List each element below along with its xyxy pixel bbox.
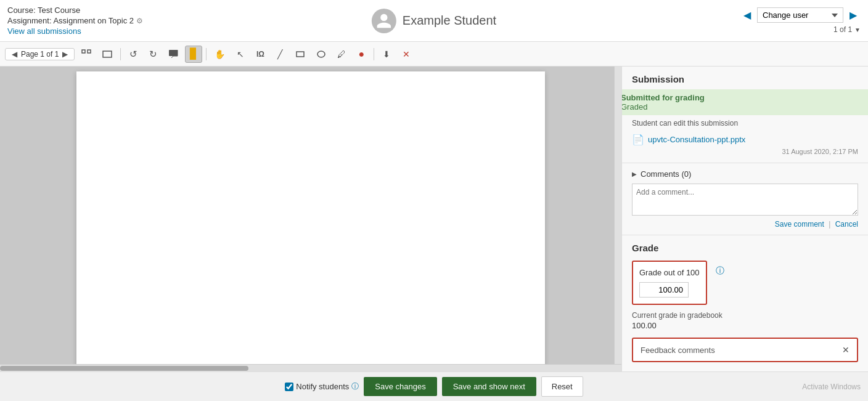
comments-title: Comments (0) (641, 169, 691, 179)
student-avatar (372, 9, 396, 33)
header-center: Example Student (372, 9, 496, 33)
feedback-close-icon[interactable]: ✕ (842, 345, 850, 355)
next-user-button[interactable]: ▶ (846, 8, 861, 22)
edit-notice: Student can edit this submission (632, 119, 858, 128)
comment-separator: | (829, 220, 830, 229)
view-all-submissions-link[interactable]: View all submissions (7, 26, 143, 36)
pagination-text: 1 of 1 (833, 25, 852, 34)
pdf-canvas (0, 67, 621, 371)
submission-header: Submission (632, 74, 858, 84)
submission-section: Submission Submitted for grading Graded … (622, 67, 868, 163)
refresh-button[interactable]: ↺ (125, 46, 142, 63)
course-name: Course: Test Course (7, 6, 143, 15)
submission-status-container: Submitted for grading Graded (622, 89, 868, 115)
toolbar-divider-1 (120, 48, 121, 60)
right-panel: Submission Submitted for grading Graded … (621, 67, 868, 371)
file-row: 📄 upvtc-Consultation-ppt.pptx (632, 134, 858, 145)
file-date: 31 August 2020, 2:17 PM (632, 148, 858, 155)
grade-section-title: Grade (632, 243, 858, 253)
activate-windows-text: Activate Windows (802, 383, 861, 391)
avatar-icon (375, 12, 393, 30)
pdf-area (0, 67, 621, 371)
svg-rect-1 (88, 50, 91, 53)
grade-help-icon[interactable]: ⓘ (716, 265, 724, 277)
highlight-button[interactable]: ▊ (185, 46, 202, 63)
scrollbar-thumb-x (0, 366, 248, 371)
scrollbar-vertical[interactable] (614, 67, 621, 364)
comment-textarea[interactable] (632, 184, 858, 216)
pen-button[interactable]: ● (353, 46, 370, 63)
line-button[interactable]: ╱ (271, 46, 289, 63)
header-left: Course: Test Course Assignment: Assignme… (7, 6, 143, 36)
file-link[interactable]: upvtc-Consultation-ppt.pptx (648, 135, 745, 144)
fit-page-button[interactable] (77, 46, 96, 63)
gear-icon[interactable]: ⚙ (136, 17, 143, 25)
grade-box-wrapper: Grade out of 100 ⓘ (632, 261, 707, 305)
notify-label: Notify students (296, 382, 349, 391)
svg-point-5 (317, 51, 325, 57)
submission-status-bar: Submitted for grading Graded (621, 89, 868, 115)
save-comment-link[interactable]: Save comment (775, 220, 824, 229)
page-nav-text: Page 1 of 1 (21, 50, 59, 59)
notify-checkbox[interactable] (285, 383, 293, 391)
grade-section: Grade Grade out of 100 ⓘ Current grade i… (622, 235, 868, 370)
top-header: Course: Test Course Assignment: Assignme… (0, 0, 868, 42)
stamp-button[interactable]: 🖊 (333, 46, 350, 63)
cancel-comment-link[interactable]: Cancel (835, 220, 858, 229)
feedback-label: Feedback comments (641, 346, 715, 355)
comment-actions: Save comment | Cancel (632, 220, 858, 229)
feedback-box: Feedback comments ✕ (632, 338, 858, 362)
file-ppt-icon: 📄 (632, 134, 644, 145)
change-user-row: ◀ Change user ▶ (740, 7, 861, 23)
assignment-name-row: Assignment: Assignment on Topic 2 ⚙ (7, 16, 143, 25)
toolbar: ◀ Page 1 of 1 ▶ ↺ ↻ ▊ ✋ ↖ IΩ ╱ 🖊 ● ⬇ ✕ (0, 42, 868, 67)
svg-rect-4 (297, 52, 304, 57)
pagination-row: 1 of 1 ▼ (833, 25, 861, 34)
notify-students: Notify students ⓘ (285, 381, 359, 392)
grade-input[interactable] (639, 282, 689, 298)
save-and-show-next-button[interactable]: Save and show next (442, 377, 536, 396)
status-submitted: Submitted for grading (621, 93, 868, 102)
pan-button[interactable]: ✋ (210, 46, 229, 63)
svg-rect-3 (169, 50, 178, 56)
assignment-name: Assignment: Assignment on Topic 2 (7, 16, 134, 25)
notify-help-icon[interactable]: ⓘ (351, 381, 359, 392)
download-button[interactable]: ⬇ (378, 46, 395, 63)
text-select-button[interactable]: IΩ (252, 46, 269, 63)
comment-button[interactable] (164, 46, 182, 63)
reset-button[interactable]: Reset (541, 376, 583, 397)
comments-header[interactable]: ▶ Comments (0) (632, 169, 858, 179)
main-content: Submission Submitted for grading Graded … (0, 67, 868, 371)
comments-section: ▶ Comments (0) Save comment | Cancel (622, 163, 868, 235)
pdf-page (76, 71, 545, 367)
svg-rect-2 (103, 51, 112, 57)
prev-user-button[interactable]: ◀ (740, 8, 755, 22)
header-right: ◀ Change user ▶ 1 of 1 ▼ (740, 7, 861, 34)
comments-toggle-icon: ▶ (632, 171, 637, 177)
prev-page-button[interactable]: ◀ (10, 50, 18, 59)
toolbar-divider-3 (374, 48, 374, 60)
status-graded: Graded (621, 102, 868, 111)
svg-rect-0 (82, 50, 85, 53)
clear-button[interactable]: ✕ (398, 46, 415, 63)
scrollbar-horizontal[interactable] (0, 364, 621, 371)
toolbar-divider-2 (206, 48, 207, 60)
undo-button[interactable]: ↻ (144, 46, 162, 63)
current-grade-label: Current grade in gradebook (632, 311, 858, 320)
save-changes-button[interactable]: Save changes (364, 377, 436, 396)
next-page-button[interactable]: ▶ (61, 50, 69, 59)
bottom-bar: Notify students ⓘ Save changes Save and … (0, 371, 868, 401)
fit-width-button[interactable] (98, 46, 117, 63)
select-button[interactable]: ↖ (232, 46, 249, 63)
filter-icon[interactable]: ▼ (854, 26, 861, 33)
grade-out-of-label: Grade out of 100 (639, 268, 700, 277)
grade-box: Grade out of 100 (632, 261, 707, 305)
student-name: Example Student (403, 14, 496, 28)
change-user-select[interactable]: Change user (757, 7, 843, 23)
page-navigation: ◀ Page 1 of 1 ▶ (5, 48, 75, 60)
rect-button[interactable] (291, 46, 309, 63)
oval-button[interactable] (312, 46, 330, 63)
current-grade-value: 100.00 (632, 321, 858, 330)
